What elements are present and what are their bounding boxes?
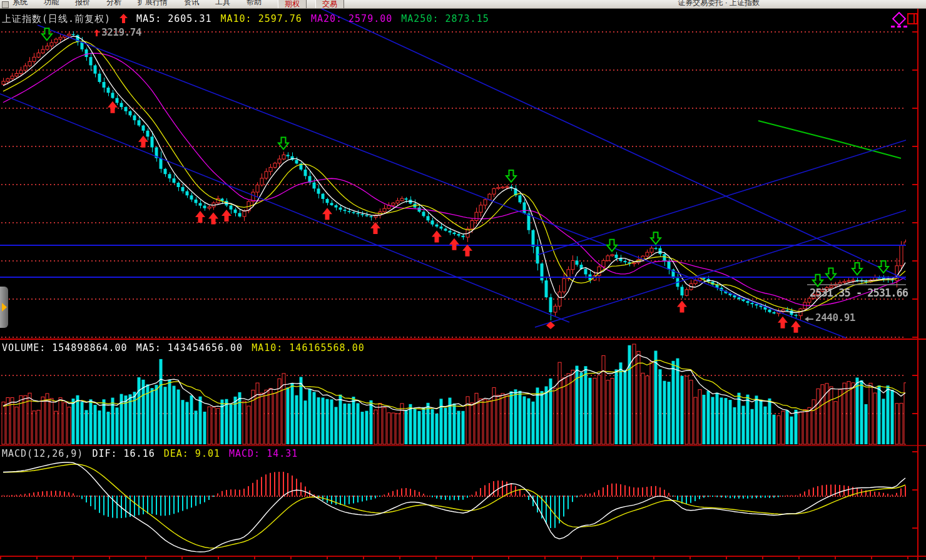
volume-ma5-label: MA5: 143454656.00 (136, 342, 243, 354)
macd-params-label: MACD(12,26,9) (2, 448, 83, 459)
volume-header: VOLUME: 154898864.00MA5: 143454656.00MA1… (2, 342, 374, 354)
menu-bar: 系统 功能 报价 分析 扩展行情 资讯 工具 帮助 期权 交易 证券交易委托 ·… (0, 0, 926, 9)
macd-header: MACD(12,26,9)DIF: 16.16DEA: 9.01MACD: 14… (2, 448, 307, 459)
menu-item-analysis[interactable]: 分析 (106, 0, 121, 8)
volume-ma10-label: MA10: 146165568.00 (252, 342, 365, 354)
menu-button-trade[interactable]: 交易 (315, 0, 344, 9)
price-label-gap-range: 2531.35 - 2531.66 (810, 287, 908, 299)
volume-value: VOLUME: 154898864.00 (2, 342, 128, 354)
high-marker-icon (94, 27, 99, 39)
macd-label: MACD: 14.31 (229, 448, 298, 459)
menu-item-system[interactable]: 系统 (13, 0, 28, 8)
app-icon[interactable] (2, 1, 9, 8)
ma250-label: MA250: 2873.15 (401, 13, 489, 24)
kline-header: 上证指数(日线.前复权)MA5: 2605.31MA10: 2597.76MA2… (2, 13, 498, 26)
ellipsis-icon[interactable] (891, 26, 907, 28)
dea-label: DEA: 9.01 (164, 448, 220, 459)
menu-item-help[interactable]: 帮助 (247, 0, 262, 8)
ma5-label: MA5: 2605.31 (136, 13, 211, 24)
chart-canvas[interactable] (0, 0, 926, 560)
menu-button-options[interactable]: 期权 (278, 0, 307, 9)
menu-item-ext-market[interactable]: 扩展行情 (138, 0, 168, 8)
split-window-icon[interactable] (907, 13, 918, 24)
expand-arrow-icon (2, 303, 7, 312)
price-label-low: 2440.91 (805, 312, 855, 324)
up-arrow-icon (120, 14, 128, 26)
ma10-label: MA10: 2597.76 (220, 13, 302, 24)
menu-item-quote[interactable]: 报价 (75, 0, 90, 8)
menu-status-text: 证券交易委托 · 上证指数 (678, 0, 760, 8)
price-label-high: 3219.74 (94, 26, 141, 39)
sidebar-expand-tab[interactable] (0, 287, 8, 328)
low-marker-icon (805, 312, 813, 324)
menu-item-function[interactable]: 功能 (44, 0, 59, 8)
menu-item-tools[interactable]: 工具 (215, 0, 230, 8)
dif-label: DIF: 16.16 (92, 448, 155, 459)
kline-title: 上证指数(日线.前复权) (2, 13, 111, 24)
ma20-label: MA20: 2579.00 (311, 13, 392, 24)
menu-item-info[interactable]: 资讯 (184, 0, 199, 8)
